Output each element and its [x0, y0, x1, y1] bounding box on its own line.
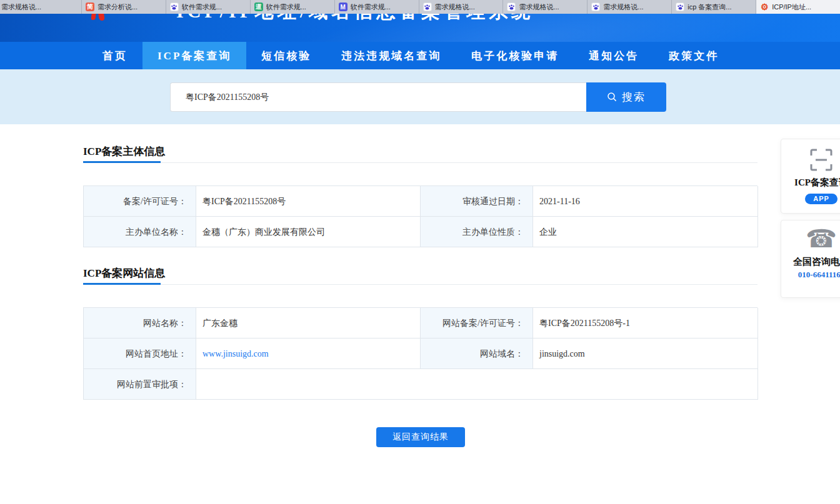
hotline-title: 全国咨询电话	[781, 256, 840, 268]
result-content: ICP备案主体信息 备案/许可证号： 粤ICP备2021155208号 审核通过…	[83, 124, 758, 447]
tab-label: 需求分析说...	[98, 2, 138, 12]
table-label: 主办单位名称：	[84, 217, 196, 247]
miit-logo-partial-icon	[91, 14, 110, 21]
main-nav: 首页 ICP备案查询 短信核验 违法违规域名查询 电子化核验申请 通知公告 政策…	[0, 42, 840, 69]
jianshu-icon: 简	[86, 2, 94, 11]
tab-label: 需求规格说...	[519, 2, 559, 12]
browser-tab[interactable]: 需求规格说...	[588, 0, 672, 14]
table-value: 广东金穗	[196, 308, 421, 338]
table-label: 审核通过日期：	[421, 186, 533, 217]
baidu-paw-icon	[507, 2, 516, 11]
browser-tab-active[interactable]: ⚙ ICP/IP地址...	[756, 0, 840, 14]
nav-item-icp-query[interactable]: ICP备案查询	[142, 42, 246, 69]
table-value: 金穗（广东）商业发展有限公司	[196, 217, 421, 247]
daoke-icon: 道	[254, 2, 263, 11]
hotline-card: ☎ 全国咨询电话 010-66411166	[781, 220, 840, 298]
table-value: 2021-11-16	[533, 186, 758, 217]
browser-tab-bar: 需求规格说... 简 需求分析说... 软件需求规... 道 软件需求规... …	[0, 0, 840, 14]
table-label: 网站前置审批项：	[84, 369, 196, 400]
app-card-title: ICP备案查询	[781, 177, 840, 189]
tab-label: 软件需求规...	[351, 2, 391, 12]
browser-tab[interactable]: 简 需求分析说...	[82, 0, 166, 14]
search-icon	[607, 92, 618, 102]
tab-label: 需求规格说...	[1, 2, 41, 12]
nav-item-home[interactable]: 首页	[88, 42, 142, 69]
browser-tab[interactable]: icp 备案查询...	[672, 0, 756, 14]
browser-tab[interactable]: 需求规格说...	[503, 0, 588, 14]
back-to-results-button[interactable]: 返回查询结果	[376, 427, 465, 447]
website-section-title: ICP备案网站信息	[83, 267, 758, 280]
tab-label: 需求规格说...	[603, 2, 643, 12]
baidu-paw-icon	[423, 2, 432, 11]
table-value: 粤ICP备2021155208号-1	[533, 308, 758, 338]
table-value-empty	[196, 369, 758, 400]
table-label: 网站备案/许可证号：	[421, 308, 533, 338]
browser-tab[interactable]: 软件需求规...	[166, 0, 251, 14]
telephone-icon: ☎	[781, 225, 840, 252]
nav-item-illegal-domain-query[interactable]: 违法违规域名查询	[326, 42, 456, 69]
search-box: 搜索	[170, 82, 666, 112]
tab-label: 软件需求规...	[182, 2, 222, 12]
search-section: 搜索	[0, 69, 840, 124]
right-sidebar: ICP备案查询 APP ☎ 全国咨询电话 010-66411166	[781, 139, 840, 298]
browser-tab[interactable]: 道 软件需求规...	[251, 0, 335, 14]
app-download-card[interactable]: ICP备案查询 APP	[781, 139, 840, 214]
table-value: 粤ICP备2021155208号	[196, 186, 421, 217]
tab-label: ICP/IP地址...	[772, 2, 811, 12]
table-value: 企业	[533, 217, 758, 247]
website-homepage-cell: www.jinsuigd.com	[196, 338, 421, 369]
site-title: ICP/IP地址/域名信息备案管理系统	[176, 14, 534, 22]
tab-label: icp 备案查询...	[688, 2, 731, 12]
browser-tab[interactable]: M 软件需求规...	[335, 0, 419, 14]
website-homepage-link[interactable]: www.jinsuigd.com	[202, 349, 269, 358]
subject-section-title: ICP备案主体信息	[83, 145, 758, 159]
qr-scan-icon	[781, 147, 840, 172]
nav-item-e-verify-apply[interactable]: 电子化核验申请	[456, 42, 574, 69]
nav-item-notices[interactable]: 通知公告	[574, 42, 654, 69]
browser-tab[interactable]: 需求规格说...	[419, 0, 504, 14]
table-label: 网站名称：	[84, 308, 196, 338]
site-header: ICP/IP地址/域名信息备案管理系统	[0, 14, 840, 42]
nav-item-sms-verify[interactable]: 短信核验	[246, 42, 326, 69]
website-info-table: 网站名称： 广东金穗 网站备案/许可证号： 粤ICP备2021155208号-1…	[83, 307, 758, 400]
subject-info-table: 备案/许可证号： 粤ICP备2021155208号 审核通过日期： 2021-1…	[83, 185, 758, 247]
tab-label: 需求规格说...	[435, 2, 475, 12]
hotline-number: 010-66411166	[781, 270, 840, 280]
baidu-paw-icon	[170, 2, 179, 11]
table-label: 备案/许可证号：	[84, 186, 196, 217]
table-value: jinsuigd.com	[533, 338, 758, 369]
search-button[interactable]: 搜索	[586, 82, 666, 112]
section-title-rule	[83, 161, 758, 163]
search-button-label: 搜索	[622, 90, 646, 104]
nav-item-policy-docs[interactable]: 政策文件	[654, 42, 734, 69]
table-label: 网站域名：	[421, 338, 533, 369]
table-label: 网站首页地址：	[84, 338, 196, 369]
miit-gear-icon: ⚙	[760, 2, 769, 11]
browser-tab[interactable]: 需求规格说...	[0, 0, 82, 14]
table-label: 主办单位性质：	[421, 217, 533, 247]
search-input[interactable]	[170, 82, 586, 112]
baidu-paw-icon	[591, 2, 600, 11]
m-app-icon: M	[339, 2, 348, 11]
baidu-paw-icon	[676, 2, 684, 11]
app-badge[interactable]: APP	[805, 194, 838, 204]
section-title-rule	[83, 283, 758, 285]
tab-label: 软件需求规...	[266, 2, 306, 12]
